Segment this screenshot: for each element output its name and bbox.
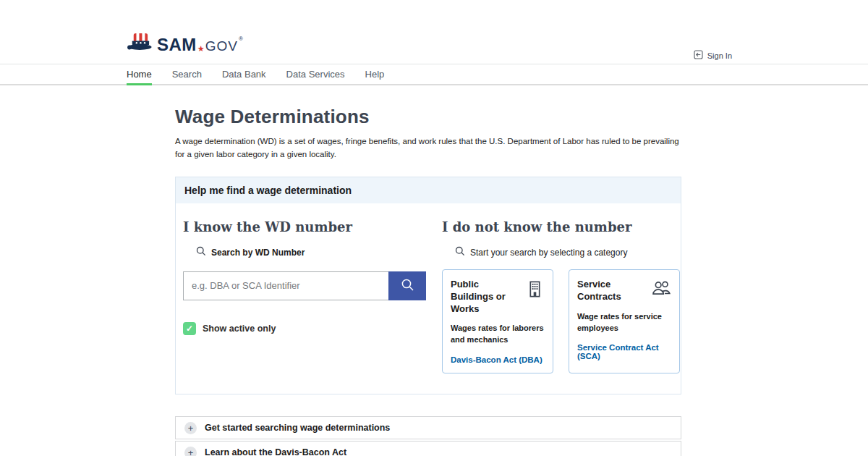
wd-search-input-group [183,271,426,300]
search-by-wd-label: Search by WD Number [211,248,305,258]
plus-icon: + [184,422,197,434]
nav-item-home[interactable]: Home [127,64,152,84]
plus-icon: + [184,447,197,456]
service-contract-act-link[interactable]: Service Contract Act (SCA) [577,343,671,360]
nav-item-data-bank[interactable]: Data Bank [222,64,266,84]
public-buildings-card[interactable]: Public Buildings or Works [442,269,553,374]
sign-in-label: Sign In [707,51,732,60]
people-icon [650,279,671,303]
finder-panel-header: Help me find a wage determination [176,177,681,203]
sam-gov-logo[interactable]: SAM ★ GOV ® [127,32,243,54]
uncle-sam-hat-icon [127,32,154,54]
page-title: Wage Determinations [175,106,681,128]
logo-sam-text: SAM [157,36,197,54]
info-accordions: + Get started searching wage determinati… [175,416,681,456]
wd-number-input[interactable] [183,271,388,300]
card-description: Wages rates for laborers and mechanics [451,323,545,346]
site-header: SAM ★ GOV ® Sign In [0,0,868,64]
card-description: Wage rates for service employees [577,311,671,334]
wd-search-button[interactable] [388,271,426,300]
card-title: Public Buildings or Works [451,279,521,316]
building-icon [525,279,545,316]
nav-item-data-services[interactable]: Data Services [286,64,345,84]
sign-in-button[interactable]: Sign In [694,50,732,61]
card-title: Service Contracts [577,279,646,303]
nav-item-help[interactable]: Help [365,64,385,84]
registered-mark: ® [239,36,243,42]
unknown-number-heading: I do not know the number [442,219,680,235]
show-active-checkbox[interactable]: ✓ [183,322,196,335]
search-icon [455,246,465,259]
logo-gov-text: GOV [205,39,238,53]
nav-item-search[interactable]: Search [172,64,202,84]
search-icon [196,246,206,259]
finder-panel-body: I know the WD number Search by WD Number [176,203,681,394]
logo-wordmark: SAM ★ GOV ® [157,36,243,54]
accordion-get-started[interactable]: + Get started searching wage determinati… [175,416,681,439]
accordion-label: Learn about the Davis-Bacon Act [205,447,346,456]
main-content: Wage Determinations A wage determination… [175,106,681,394]
category-cards: Public Buildings or Works [442,269,680,374]
accordion-label: Get started searching wage determination… [205,423,390,433]
know-wd-number-section: I know the WD number Search by WD Number [183,215,426,374]
login-icon [694,50,703,61]
show-active-label: Show active only [203,324,276,334]
category-search-hint: Start your search by selecting a categor… [455,246,680,259]
primary-nav: Home Search Data Bank Data Services Help [0,64,868,85]
know-wd-number-heading: I know the WD number [183,219,426,235]
page-description: A wage determination (WD) is a set of wa… [175,135,681,161]
show-active-only-row: ✓ Show active only [183,322,426,335]
search-by-wd-hint: Search by WD Number [196,246,426,259]
davis-bacon-act-link[interactable]: Davis-Bacon Act (DBA) [451,355,545,364]
unknown-wd-number-section: I do not know the number Start your sear… [442,215,680,374]
wage-determination-finder-panel: Help me find a wage determination I know… [175,177,681,395]
category-search-label: Start your search by selecting a categor… [470,248,627,258]
search-icon [401,278,414,294]
service-contracts-card[interactable]: Service Contracts Wage rates for se [569,269,680,374]
accordion-davis-bacon[interactable]: + Learn about the Davis-Bacon Act [175,441,681,456]
star-icon: ★ [197,45,205,53]
